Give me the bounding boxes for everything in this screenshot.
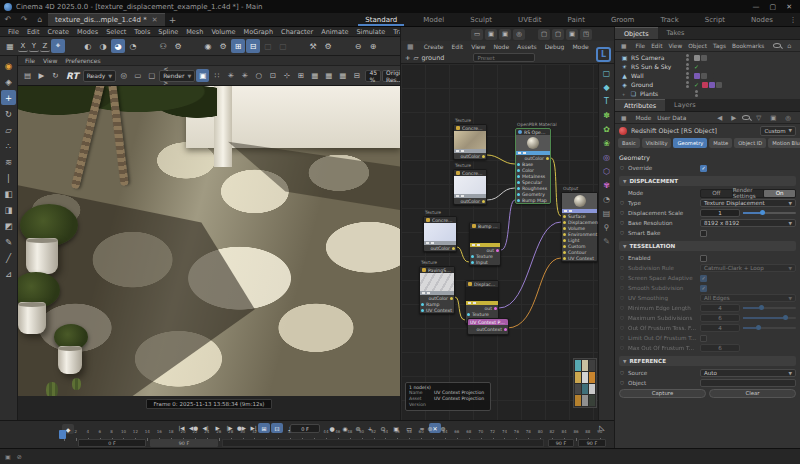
panel-icon[interactable]: ▢ [552,29,564,40]
node-editor-menu-item[interactable]: Node [489,43,513,50]
status-icon[interactable]: ⊘ [17,453,22,460]
capture-button[interactable]: Capture [619,389,706,398]
mode-off-button[interactable]: Off [701,190,733,197]
panel-tab[interactable]: Takes [658,27,694,39]
menu-item[interactable]: File [4,28,23,36]
panel-tab[interactable]: Objects [615,27,658,39]
tool-icon[interactable]: | [1,170,16,185]
range-start-field[interactable]: 0 F [78,439,146,447]
document-tab[interactable]: texture_dis...mple_1.c4d * ✕ [48,13,165,26]
in-port[interactable] [517,163,520,166]
filter-icon[interactable]: ▽ [753,114,764,122]
toolbar-icon[interactable]: ⚙ [216,39,230,53]
panel-icon[interactable]: ▣ [499,29,511,40]
menu-item[interactable]: Spline [154,28,182,36]
renderview-icon[interactable]: ⊞ [294,69,307,82]
menu-item[interactable]: MoGraph [240,28,278,36]
object-tag-icon[interactable] [709,82,715,88]
search-icon[interactable] [773,43,781,48]
node-type-icon[interactable]: ⚲ [600,221,613,233]
tool-icon[interactable]: ╱ [1,250,16,265]
menu-item[interactable]: Create [43,28,73,36]
layout-tab[interactable]: Script [692,13,738,26]
output-node[interactable]: Output SurfaceDisplacementVolumeEnvironm… [561,192,598,262]
type-dropdown[interactable]: Texture Displacement▼ [700,199,796,207]
out-port[interactable] [494,307,497,310]
displacement-section-header[interactable]: ▼DISPLACEMENT [619,176,796,186]
extra-button[interactable]: ⊛ [424,423,436,433]
home-icon[interactable]: ⌂ [784,42,794,50]
toolbar-icon[interactable]: ⊟ [246,39,260,53]
zoom-level-field[interactable]: 45 % [365,70,381,82]
sync-icon[interactable]: ◎ [782,114,794,122]
attribute-tab-chip[interactable]: Matte [709,138,732,148]
render-status-dropdown[interactable]: Ready▼ [83,70,117,82]
current-frame-field[interactable]: 0 F [290,424,320,433]
toolbar-icon[interactable]: ◕ [111,39,125,53]
property-dropdown[interactable]: All Edges▼ [700,294,796,302]
node-type-icon[interactable]: ⬡ [600,165,613,177]
toolbar-icon[interactable]: ⊞ [231,39,245,53]
lock-icon[interactable]: ▣ [767,114,779,122]
preset-dropdown[interactable]: Custom▼ [760,126,796,136]
material-swatch[interactable] [589,372,595,383]
material-swatch[interactable] [575,372,581,383]
property-value-field[interactable]: 6 [700,344,740,352]
texture-node[interactable]: Texture ConcreteNN24_8K-PNG_... outColor [453,169,487,205]
toolbar-icon[interactable]: ▦ [3,39,17,53]
visibility-dots[interactable] [686,54,689,61]
material-swatch[interactable] [589,395,595,406]
home-icon[interactable]: ⌂ [32,13,48,26]
renderview-menu-item[interactable]: View [39,57,61,64]
property-slider[interactable] [743,307,796,309]
attribute-tab-chip[interactable]: Object ID [734,138,766,148]
search-icon[interactable] [742,115,750,120]
in-port[interactable] [517,193,520,196]
renderview-menu-item[interactable]: Preferences [61,57,104,64]
panel-icon[interactable]: ◎ [513,29,525,40]
in-port[interactable] [467,313,470,316]
record-button[interactable]: ⊚ [352,423,364,433]
tool-icon[interactable]: ◨ [1,202,16,217]
transport-button[interactable]: ▶ [212,423,223,433]
property-checkbox[interactable] [700,285,707,292]
renderview-icon[interactable]: ⊡ [266,69,279,82]
attribute-tab-chip[interactable]: Visibility [642,138,672,148]
override-checkbox[interactable]: ✓ [700,165,707,172]
input-port-row[interactable]: Roughness [516,185,550,191]
menu-item[interactable]: Character [277,28,317,36]
layout-tab[interactable]: Sculpt [457,13,505,26]
range-end-field[interactable]: 90 F [150,439,218,447]
toolbar-icon[interactable]: ◉ [201,39,215,53]
visibility-dots[interactable] [686,81,689,88]
toolbar-icon[interactable]: ◔ [126,39,140,53]
toolbar-icon[interactable] [141,39,155,53]
menu-item[interactable]: Mesh [182,28,207,36]
in-port[interactable] [563,227,566,230]
add-node-icon[interactable]: + [405,54,410,62]
maximize-button[interactable]: ▢ [770,3,777,11]
tessellation-section-header[interactable]: ▼TESSELLATION [619,241,796,251]
property-checkbox[interactable] [700,335,707,342]
transport-button[interactable]: ●▶ [236,423,247,433]
minimize-button[interactable]: — [753,3,760,11]
layout-tab[interactable]: Track [647,13,691,26]
object-tag-icon[interactable] [701,73,707,79]
property-checkbox[interactable] [700,275,707,282]
material-swatch[interactable] [575,384,581,395]
menu-item[interactable]: Edit [23,28,44,36]
object-tag-icon[interactable] [701,55,707,61]
keying-button[interactable]: + [364,423,376,433]
reference-section-header[interactable]: ▼REFERENCE [619,356,796,366]
input-port-row[interactable]: Displacement [562,219,597,225]
property-dropdown[interactable]: Catmull-Clark + Loop▼ [700,264,796,272]
object-tags[interactable] [694,55,707,61]
transport-button[interactable]: ◀● [188,423,199,433]
renderview-menu-item[interactable]: File [21,57,39,64]
bump-map-node[interactable]: Bump Map out TextureInput [469,222,501,266]
texture-node[interactable]: Texture ConcreteNN24_8K-PNG_... outColor [423,216,457,252]
new-tab-button[interactable]: + [165,13,181,26]
renderview-icon[interactable]: ⊹ [280,69,293,82]
objects-menu-item[interactable]: Bookmarks [729,43,767,49]
node-editor-menu-item[interactable]: Edit [448,43,468,50]
